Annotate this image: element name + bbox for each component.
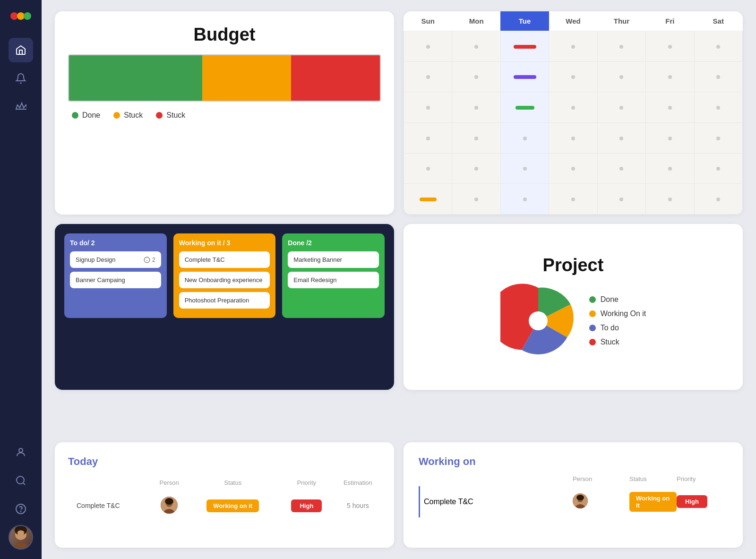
kanban-item-text: Banner Campaing xyxy=(76,276,125,284)
sidebar-item-help[interactable] xyxy=(9,497,33,521)
legend-dot-done xyxy=(589,296,596,303)
sidebar-item-profile[interactable] xyxy=(9,440,33,464)
svg-point-13 xyxy=(529,311,548,330)
budget-bar xyxy=(68,54,381,102)
cal-cell xyxy=(404,122,452,153)
sidebar-item-home[interactable] xyxy=(9,38,33,62)
today-status: Working on it xyxy=(189,490,277,522)
sidebar-item-crown[interactable] xyxy=(9,95,33,119)
project-pie xyxy=(500,283,576,359)
kanban-item[interactable]: Email Redesign xyxy=(288,272,379,288)
cal-cell xyxy=(549,122,597,153)
cal-cell xyxy=(597,92,645,123)
wh-person: Person xyxy=(573,475,629,482)
cal-cell xyxy=(549,92,597,123)
cal-cell xyxy=(597,184,645,215)
cal-cell-event-orange xyxy=(404,184,452,215)
calendar-card: Sun Mon Tue Wed Thur Fri Sat xyxy=(404,11,743,215)
kanban-header-working: Working on it / 3 xyxy=(179,239,270,247)
cal-cell xyxy=(452,153,500,184)
sidebar-item-search[interactable] xyxy=(9,468,33,493)
cal-cell xyxy=(500,184,549,215)
cal-cell xyxy=(549,31,597,62)
sidebar xyxy=(0,0,42,559)
cal-cell xyxy=(646,61,694,92)
legend-label-done: Done xyxy=(601,295,619,304)
cal-header-tue: Tue xyxy=(500,11,549,31)
cal-cell xyxy=(452,31,500,62)
kanban-item[interactable]: Marketing Banner xyxy=(288,251,379,268)
working-on-card: Working on Person Status Priority Comple… xyxy=(404,442,743,548)
cal-header-fri: Fri xyxy=(646,11,694,31)
kanban-item[interactable]: Complete T&C xyxy=(179,251,270,268)
sidebar-item-notifications[interactable] xyxy=(9,66,33,91)
wh-priority: Priority xyxy=(677,475,724,482)
budget-segment-stuck-red xyxy=(291,55,380,101)
legend-label-stuck-red: Stuck xyxy=(166,111,185,120)
cal-cell xyxy=(646,153,694,184)
working-priority: High xyxy=(677,495,724,508)
legend-done: Done xyxy=(72,111,100,120)
cal-cell xyxy=(549,153,597,184)
logo xyxy=(10,9,31,25)
today-card: Today Person Status Priority Estimation … xyxy=(55,442,394,548)
cal-cell xyxy=(597,153,645,184)
legend-dot-working xyxy=(589,310,596,317)
kanban-item[interactable]: Signup Design 2 xyxy=(70,251,161,268)
working-status: Working on it xyxy=(629,492,677,512)
kanban-header-done: Done /2 xyxy=(288,239,379,247)
legend-item-working: Working On it xyxy=(589,310,646,318)
cal-cell xyxy=(694,31,742,62)
kanban-item-text: Signup Design xyxy=(76,256,116,263)
cal-cell xyxy=(646,122,694,153)
legend-stuck-red: Stuck xyxy=(156,111,185,120)
today-col-person: Person xyxy=(151,476,188,489)
today-col-priority: Priority xyxy=(278,476,335,489)
cal-header-sun: Sun xyxy=(404,11,452,31)
cal-header-mon: Mon xyxy=(452,11,500,31)
cal-cell xyxy=(404,153,452,184)
budget-segment-done xyxy=(69,55,202,101)
wh-status: Status xyxy=(629,475,677,482)
cal-cell xyxy=(404,61,452,92)
legend-label-working: Working On it xyxy=(601,310,646,318)
cal-cell xyxy=(500,153,549,184)
today-estimation: 5 hours xyxy=(336,490,380,522)
legend-dot-stuck-red xyxy=(156,112,163,119)
kanban-item-text: Photoshoot Preparation xyxy=(185,297,249,304)
working-status-badge: Working on it xyxy=(629,492,677,512)
svg-point-0 xyxy=(10,12,18,20)
today-task-name: Complete T&C xyxy=(69,490,150,522)
main-content: Budget Done Stuck Stuck S xyxy=(42,0,756,559)
legend-label-done: Done xyxy=(82,111,100,120)
budget-legend: Done Stuck Stuck xyxy=(68,111,381,120)
today-col-task xyxy=(69,476,150,489)
project-card: Project xyxy=(404,224,743,390)
working-person-avatar xyxy=(573,493,588,508)
kanban-item-text: Email Redesign xyxy=(293,276,336,284)
kanban-col-todo: To do/ 2 Signup Design 2 Banner Campaing xyxy=(64,233,167,318)
svg-point-20 xyxy=(576,495,584,500)
kanban-item[interactable]: New Onboarding experience xyxy=(179,272,270,288)
kanban-item-badge: 2 xyxy=(144,257,155,263)
estimation-text: 5 hours xyxy=(347,502,369,509)
cal-cell xyxy=(597,122,645,153)
working-on-headers: Person Status Priority xyxy=(419,475,728,482)
svg-point-6 xyxy=(21,511,21,512)
legend-item-done: Done xyxy=(589,295,646,304)
kanban-item[interactable]: Banner Campaing xyxy=(70,272,161,288)
user-avatar[interactable] xyxy=(9,525,33,550)
working-on-title: Working on xyxy=(419,456,728,468)
legend-dot-done xyxy=(72,112,78,119)
today-table: Person Status Priority Estimation Comple… xyxy=(68,475,381,523)
kanban-col-working: Working on it / 3 Complete T&C New Onboa… xyxy=(173,233,276,318)
kanban-item[interactable]: Photoshoot Preparation xyxy=(179,292,270,309)
cal-header-sat: Sat xyxy=(694,11,742,31)
project-title: Project xyxy=(500,255,646,275)
today-title: Today xyxy=(68,456,381,468)
wh-task xyxy=(422,475,573,482)
cal-cell xyxy=(549,61,597,92)
cal-cell xyxy=(452,61,500,92)
svg-point-8 xyxy=(13,542,28,549)
legend-dot-todo xyxy=(589,325,596,331)
